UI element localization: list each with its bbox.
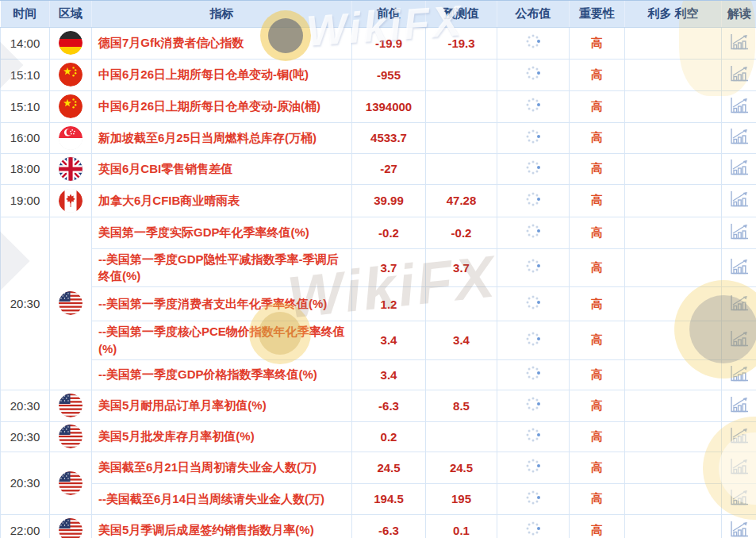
event-indicator: --美国第一季度消费者支出年化季率终值(%) xyxy=(92,287,352,321)
importance-badge: 高 xyxy=(570,390,625,421)
forecast-value xyxy=(426,153,497,184)
event-time: 20:30 xyxy=(1,217,50,390)
interpretation-chart-button[interactable] xyxy=(728,425,750,445)
event-indicator: 中国6月26日上期所每日仓单变动-铜(吨) xyxy=(92,59,352,90)
flag-china-icon xyxy=(59,63,83,86)
region-cell xyxy=(50,27,92,59)
loading-spinner-icon xyxy=(525,258,541,274)
event-indicator: 美国第一季度实际GDP年化季率终值(%) xyxy=(92,217,352,248)
economic-calendar-table: 时间区域指标前值预测值公布值重要性利多 利空解读 14:00德国7月Gfk消费者… xyxy=(0,1,756,538)
loading-spinner-icon xyxy=(525,33,541,49)
published-value-cell xyxy=(497,59,570,90)
forecast-value xyxy=(426,90,497,122)
previous-value: 0.2 xyxy=(352,421,426,452)
loading-spinner-icon xyxy=(525,521,541,536)
forecast-value xyxy=(426,287,497,321)
column-header-region: 区域 xyxy=(50,1,92,27)
importance-badge: 高 xyxy=(570,483,625,514)
chart-icon xyxy=(728,425,750,445)
bias-cell xyxy=(625,514,722,538)
event-indicator: 中国6月26日上期所每日仓单变动-原油(桶) xyxy=(92,90,352,122)
loading-spinner-icon xyxy=(525,458,541,474)
interpretation-chart-button[interactable] xyxy=(728,487,750,507)
published-value-cell xyxy=(497,153,570,184)
previous-value: 194.5 xyxy=(352,483,426,514)
chart-icon xyxy=(728,221,750,241)
interpretation-chart-button[interactable] xyxy=(728,63,750,83)
event-row: 22:00美国5月季调后成屋签约销售指数月率(%)-6.30.1高 xyxy=(1,514,756,538)
interpretation-cell xyxy=(722,287,756,321)
bias-cell xyxy=(625,59,722,90)
interpretation-cell xyxy=(722,390,756,421)
loading-spinner-icon xyxy=(525,294,541,310)
interpretation-cell xyxy=(722,122,756,153)
importance-badge: 高 xyxy=(570,321,625,360)
calendar-body: 14:00德国7月Gfk消费者信心指数-19.9-19.3高 15:10中国6月… xyxy=(1,27,756,538)
loading-spinner-icon xyxy=(525,159,541,175)
previous-value: -955 xyxy=(352,59,426,90)
region-cell xyxy=(50,90,92,122)
interpretation-chart-button[interactable] xyxy=(728,519,750,538)
interpretation-cell xyxy=(722,248,756,287)
forecast-value: 47.28 xyxy=(426,184,497,217)
importance-badge: 高 xyxy=(570,217,625,248)
interpretation-chart-button[interactable] xyxy=(728,394,750,414)
chart-icon xyxy=(728,63,750,83)
interpretation-chart-button[interactable] xyxy=(728,32,750,52)
published-value-cell xyxy=(497,421,570,452)
event-time: 15:10 xyxy=(1,59,50,90)
previous-value: 3.4 xyxy=(352,321,426,360)
importance-badge: 高 xyxy=(570,153,625,184)
event-time: 16:00 xyxy=(1,122,50,153)
importance-badge: 高 xyxy=(570,248,625,287)
loading-spinner-icon xyxy=(525,65,541,81)
interpretation-chart-button[interactable] xyxy=(728,157,750,177)
column-header-published: 公布值 xyxy=(497,1,570,27)
region-cell xyxy=(50,452,92,514)
forecast-value: 8.5 xyxy=(426,390,497,421)
bias-cell xyxy=(625,483,722,514)
published-value-cell xyxy=(497,248,570,287)
flag-germany-icon xyxy=(59,31,83,55)
bias-cell xyxy=(625,184,722,217)
interpretation-chart-button[interactable] xyxy=(728,456,750,476)
event-row: 15:10中国6月26日上期所每日仓单变动-原油(桶)1394000高 xyxy=(1,90,756,122)
column-header-time: 时间 xyxy=(1,1,50,27)
event-row: 18:00英国6月CBI零售销售差值-27高 xyxy=(1,153,756,184)
region-cell xyxy=(50,514,92,538)
bias-cell xyxy=(625,27,722,59)
column-header-importance: 重要性 xyxy=(570,1,625,27)
event-indicator: 美国5月批发库存月率初值(%) xyxy=(92,421,352,452)
forecast-value xyxy=(426,59,497,90)
flag-singapore-icon xyxy=(59,126,83,150)
interpretation-chart-button[interactable] xyxy=(728,126,750,146)
event-row: --美国截至6月14日当周续请失业金人数(万)194.5195高 xyxy=(1,483,756,514)
forecast-value: 0.1 xyxy=(426,514,497,538)
published-value-cell xyxy=(497,452,570,483)
interpretation-chart-button[interactable] xyxy=(728,293,750,313)
bias-cell xyxy=(625,390,722,421)
interpretation-chart-button[interactable] xyxy=(728,95,750,115)
event-indicator: 美国5月季调后成屋签约销售指数月率(%) xyxy=(92,514,352,538)
interpretation-chart-button[interactable] xyxy=(728,189,750,209)
event-row: --美国第一季度GDP价格指数季率终值(%)3.4高 xyxy=(1,359,756,390)
published-value-cell xyxy=(497,90,570,122)
bias-cell xyxy=(625,287,722,321)
interpretation-chart-button[interactable] xyxy=(728,221,750,241)
chart-icon xyxy=(728,456,750,476)
importance-badge: 高 xyxy=(570,27,625,59)
event-indicator: 英国6月CBI零售销售差值 xyxy=(92,153,352,184)
published-value-cell xyxy=(497,287,570,321)
loading-spinner-icon xyxy=(525,427,541,443)
economic-calendar-page: 时间区域指标前值预测值公布值重要性利多 利空解读 14:00德国7月Gfk消费者… xyxy=(0,0,756,538)
interpretation-chart-button[interactable] xyxy=(728,363,750,383)
importance-badge: 高 xyxy=(570,452,625,483)
bias-cell xyxy=(625,153,722,184)
chart-icon xyxy=(728,32,750,52)
flag-usa-icon xyxy=(59,394,83,417)
region-cell xyxy=(50,184,92,217)
event-row: --美国第一季度核心PCE物价指数年化季率终值(%)3.43.4高 xyxy=(1,321,756,360)
interpretation-chart-button[interactable] xyxy=(728,256,750,276)
interpretation-chart-button[interactable] xyxy=(728,329,750,348)
forecast-value: 24.5 xyxy=(426,452,497,483)
